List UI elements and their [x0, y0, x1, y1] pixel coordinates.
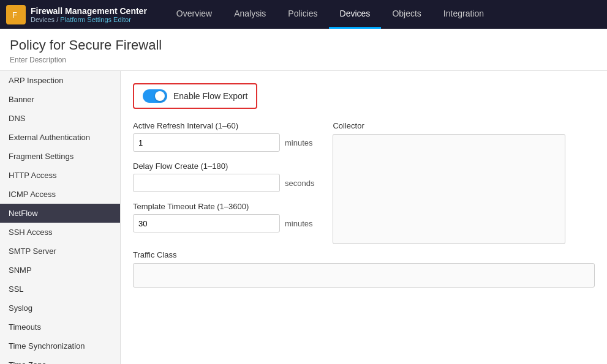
collector-box: [333, 134, 565, 244]
app-logo-icon: F: [6, 5, 26, 24]
sidebar-item-ssh-access[interactable]: SSH Access: [0, 223, 120, 242]
sidebar-item-smtp-server[interactable]: SMTP Server: [0, 242, 120, 261]
policy-title: Policy for Secure Firewall: [10, 37, 597, 53]
app-title-block: Firewall Management Center Devices / Pla…: [31, 6, 147, 23]
delay-flow-row: Delay Flow Create (1–180) seconds: [133, 162, 314, 192]
sidebar-item-time-sync[interactable]: Time Synchronization: [0, 336, 120, 355]
delay-flow-unit: seconds: [285, 179, 314, 188]
two-column-layout: Active Refresh Interval (1–60) minutes D…: [133, 121, 595, 244]
active-refresh-input[interactable]: [133, 133, 280, 152]
template-timeout-row: Template Timeout Rate (1–3600) minutes: [133, 202, 314, 232]
sidebar-item-arp-inspection[interactable]: ARP Inspection: [0, 71, 120, 90]
sidebar-item-snmp[interactable]: SNMP: [0, 261, 120, 280]
sidebar-item-icmp-access[interactable]: ICMP Access: [0, 185, 120, 204]
collector-label: Collector: [333, 121, 595, 130]
top-nav: F Firewall Management Center Devices / P…: [0, 0, 607, 29]
content-area: Enable Flow Export Active Refresh Interv…: [121, 71, 607, 364]
flow-export-label: Enable Flow Export: [173, 91, 247, 101]
main-layout: ARP Inspection Banner DNS External Authe…: [0, 71, 607, 364]
nav-overview[interactable]: Overview: [165, 0, 223, 29]
left-column: Active Refresh Interval (1–60) minutes D…: [133, 121, 314, 244]
sidebar-item-netflow[interactable]: NetFlow: [0, 204, 120, 223]
delay-flow-input[interactable]: [133, 174, 280, 192]
nav-devices[interactable]: Devices: [329, 0, 382, 29]
svg-text:F: F: [12, 10, 17, 20]
delay-flow-inline: seconds: [133, 174, 314, 192]
toggle-track: [143, 89, 167, 103]
traffic-class-label: Traffic Class: [133, 250, 595, 259]
active-refresh-unit: minutes: [285, 138, 313, 147]
template-timeout-label: Template Timeout Rate (1–3600): [133, 202, 314, 211]
delay-flow-label: Delay Flow Create (1–180): [133, 162, 314, 171]
app-logo: F Firewall Management Center Devices / P…: [6, 5, 147, 24]
sidebar: ARP Inspection Banner DNS External Authe…: [0, 71, 121, 364]
app-name: Firewall Management Center: [31, 6, 147, 16]
sidebar-item-external-auth[interactable]: External Authentication: [0, 128, 120, 147]
enable-flow-export-box: Enable Flow Export: [133, 83, 257, 109]
sidebar-item-syslog[interactable]: Syslog: [0, 299, 120, 318]
sidebar-item-banner[interactable]: Banner: [0, 90, 120, 109]
policy-header: Policy for Secure Firewall Enter Descrip…: [0, 29, 607, 71]
nav-analysis[interactable]: Analysis: [223, 0, 277, 29]
sidebar-item-http-access[interactable]: HTTP Access: [0, 166, 120, 185]
active-refresh-row: Active Refresh Interval (1–60) minutes: [133, 121, 314, 152]
app-subtitle: Devices / Platform Settings Editor: [31, 16, 147, 23]
platform-settings-link[interactable]: Platform Settings Editor: [60, 16, 131, 23]
nav-objects[interactable]: Objects: [381, 0, 432, 29]
toggle-thumb: [155, 91, 165, 101]
template-timeout-inline: minutes: [133, 214, 314, 232]
traffic-class-box: [133, 263, 595, 288]
flow-export-toggle[interactable]: [143, 89, 167, 103]
nav-integration[interactable]: Integration: [432, 0, 495, 29]
active-refresh-inline: minutes: [133, 133, 314, 152]
nav-links: Overview Analysis Policies Devices Objec…: [165, 0, 495, 29]
active-refresh-label: Active Refresh Interval (1–60): [133, 121, 314, 130]
template-timeout-unit: minutes: [285, 219, 313, 228]
sidebar-item-ssl[interactable]: SSL: [0, 280, 120, 299]
sidebar-item-timeouts[interactable]: Timeouts: [0, 318, 120, 336]
right-column: Collector: [333, 121, 595, 244]
sidebar-item-time-zone[interactable]: Time Zone: [0, 355, 120, 364]
nav-policies[interactable]: Policies: [277, 0, 328, 29]
sidebar-item-dns[interactable]: DNS: [0, 109, 120, 128]
sidebar-item-fragment-settings[interactable]: Fragment Settings: [0, 147, 120, 166]
template-timeout-input[interactable]: [133, 214, 280, 232]
policy-description: Enter Description: [10, 56, 597, 64]
